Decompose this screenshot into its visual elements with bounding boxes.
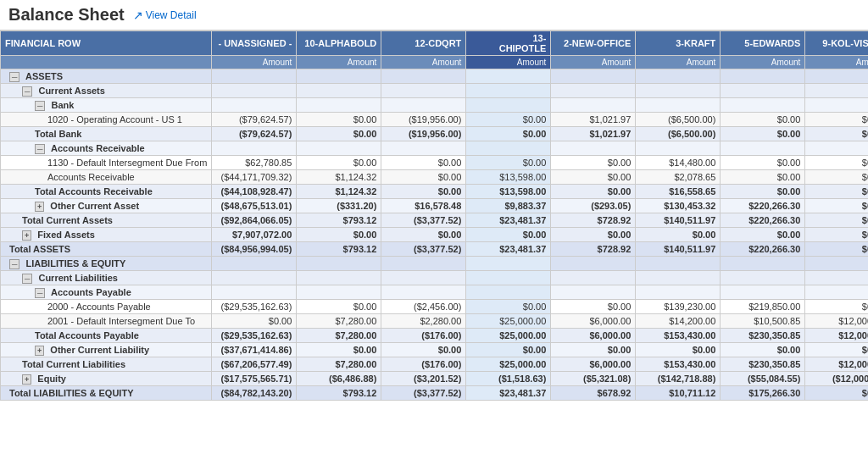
row-value (297, 257, 381, 271)
row-value: $9,883.37 (466, 199, 551, 213)
row-value (636, 271, 721, 285)
table-row: ─ Bank (1, 98, 869, 113)
row-value (297, 69, 381, 84)
row-value: ($29,535,162.63) (212, 329, 297, 343)
expand-icon[interactable]: + (35, 346, 44, 356)
sub-header-financial (1, 56, 212, 69)
row-value: ($3,377.52) (381, 386, 466, 401)
row-value: $0.00 (805, 343, 868, 357)
row-value: $230,350.85 (721, 329, 805, 343)
expand-icon[interactable]: + (22, 230, 31, 241)
row-value: $6,000.00 (551, 329, 636, 343)
row-value (636, 141, 721, 156)
collapse-icon[interactable]: ─ (35, 144, 45, 154)
collapse-icon[interactable]: ─ (22, 274, 32, 284)
row-value: $0.00 (805, 228, 868, 242)
row-value: $14,200.00 (636, 314, 721, 329)
row-value: ($48,675,513.01) (212, 199, 297, 213)
row-label: ─ LIABILITIES & EQUITY (1, 257, 212, 271)
row-value: $25,000.00 (466, 357, 551, 372)
row-value (721, 98, 805, 113)
row-value: $1,124.32 (297, 170, 381, 185)
row-value: $230,350.85 (721, 357, 805, 372)
row-value (381, 141, 466, 156)
row-label: ─ Current Assets (1, 84, 212, 98)
row-value (721, 271, 805, 285)
table-row: Total LIABILITIES & EQUITY($84,782,143.2… (1, 386, 869, 401)
column-headers-row: FINANCIAL ROW - UNASSIGNED - 10-ALPHABOL… (1, 31, 869, 56)
collapse-icon[interactable]: ─ (9, 72, 19, 82)
row-value (551, 141, 636, 156)
row-value: ($19,956.00) (381, 127, 466, 141)
row-value: ($6,500.00) (636, 127, 721, 141)
collapse-icon[interactable]: ─ (9, 259, 19, 269)
row-label: ─ Bank (1, 98, 212, 113)
row-value: $0.00 (636, 343, 721, 357)
expand-icon[interactable]: + (22, 374, 31, 385)
row-value: $0.00 (721, 170, 805, 185)
view-detail-link[interactable]: ↗ View Detail (133, 8, 197, 22)
row-value: $1,021.97 (551, 127, 636, 141)
collapse-icon[interactable]: ─ (35, 288, 45, 298)
row-value: $2,078.65 (636, 170, 721, 185)
row-value: ($331.20) (297, 199, 381, 213)
row-value: ($6,486.88) (297, 372, 381, 386)
row-value: $0.00 (551, 300, 636, 314)
row-value: $0.00 (297, 300, 381, 314)
row-value (551, 257, 636, 271)
row-label: Total Bank (1, 127, 212, 141)
row-value: $10,711.12 (636, 386, 721, 401)
row-value: $0.00 (381, 185, 466, 199)
table-body: ─ ASSETS─ Current Assets─ Bank1020 - Ope… (1, 69, 869, 401)
row-value: ($79,624.57) (212, 127, 297, 141)
row-value: $728.92 (551, 213, 636, 228)
row-value: $0.00 (551, 156, 636, 170)
row-label: ─ Accounts Payable (1, 285, 212, 300)
row-value: $13,598.00 (466, 170, 551, 185)
sub-header-new-office-amount: Amount (551, 56, 636, 69)
row-value: ($67,206,577.49) (212, 357, 297, 372)
row-value (636, 285, 721, 300)
row-value: $0.00 (805, 300, 868, 314)
sub-header-cdqrt-amount: Amount (381, 56, 466, 69)
expand-icon[interactable]: + (35, 202, 44, 212)
row-value: $0.00 (721, 185, 805, 199)
row-value: $140,511.97 (636, 242, 721, 257)
col-header-unassigned: - UNASSIGNED - (212, 31, 297, 56)
row-label: ─ Current Liabilities (1, 271, 212, 285)
col-header-alphabold: 10-ALPHABOLD (297, 31, 381, 56)
row-value: ($1,518.63) (466, 372, 551, 386)
row-value: ($3,201.52) (381, 372, 466, 386)
sub-header-kol-vision-amount: Amount (805, 56, 868, 69)
row-value: $0.00 (466, 156, 551, 170)
row-value: $2,280.00 (381, 314, 466, 329)
table-row: + Other Current Liability($37,671,414.86… (1, 343, 869, 357)
row-label: + Other Current Liability (1, 343, 212, 357)
sub-header-chipotle-amount: Amount (466, 56, 551, 69)
row-value: $0.00 (805, 127, 868, 141)
row-value: ($293.05) (551, 199, 636, 213)
row-value: $139,230.00 (636, 300, 721, 314)
row-value: $0.00 (805, 386, 868, 401)
row-value: $25,000.00 (466, 329, 551, 343)
row-value (297, 271, 381, 285)
row-label: 1130 - Default Intersegment Due From (1, 156, 212, 170)
collapse-icon[interactable]: ─ (22, 86, 32, 97)
row-label: + Other Current Asset (1, 199, 212, 213)
row-value (212, 98, 297, 113)
row-value: $6,000.00 (551, 314, 636, 329)
row-label: Total Accounts Payable (1, 329, 212, 343)
col-header-financial: FINANCIAL ROW (1, 31, 212, 56)
row-value (805, 271, 868, 285)
row-value: $220,266.30 (721, 199, 805, 213)
row-value: $23,481.37 (466, 213, 551, 228)
row-value (466, 141, 551, 156)
row-value: ($142,718.88) (636, 372, 721, 386)
row-value (551, 285, 636, 300)
row-value: $1,124.32 (297, 185, 381, 199)
collapse-icon[interactable]: ─ (35, 101, 45, 111)
row-value (297, 285, 381, 300)
row-label: Total LIABILITIES & EQUITY (1, 386, 212, 401)
row-value: ($19,956.00) (381, 113, 466, 127)
row-value: $793.12 (297, 386, 381, 401)
